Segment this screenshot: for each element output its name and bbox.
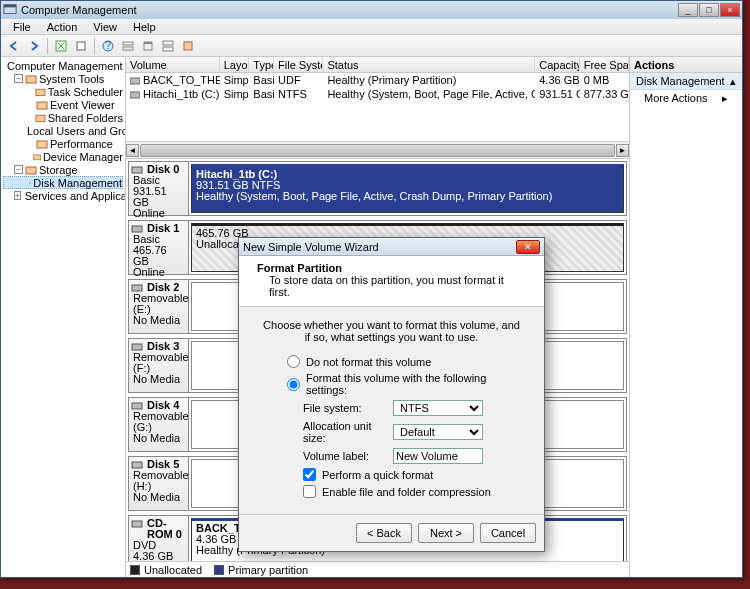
titlebar[interactable]: Computer Management _ □ × [1,1,742,19]
compression-checkbox[interactable] [303,485,316,498]
wizard-dialog[interactable]: New Simple Volume Wizard ✕ Format Partit… [238,237,545,552]
column-header[interactable]: Volume [126,57,220,72]
tree-node[interactable]: Local Users and Groups [3,124,123,137]
disk-block[interactable]: Disk 0Basic931.51 GBOnlineHitachi_1tb (C… [128,161,627,216]
radio-no-format[interactable] [287,355,300,368]
svg-text:?: ? [105,40,111,51]
column-header[interactable]: Type [249,57,274,72]
disk-icon [131,164,143,176]
legend-swatch-primary [214,565,224,575]
svg-rect-29 [132,344,142,350]
svg-rect-27 [132,226,142,232]
actions-group[interactable]: Disk Management ▴ [630,73,742,90]
more-actions-link[interactable]: More Actions ▸ [630,90,742,107]
primary-partition[interactable]: Hitachi_1tb (C:)931.51 GB NTFSHealthy (S… [191,164,624,213]
refresh-button[interactable] [52,37,70,55]
menu-help[interactable]: Help [125,19,164,34]
tree-root[interactable]: Computer Management (Local) [3,59,123,72]
folder-icon [25,73,37,85]
help-button[interactable]: ? [99,37,117,55]
column-header[interactable]: Capacity [535,57,579,72]
svg-rect-19 [37,141,47,148]
column-header[interactable]: File System [274,57,323,72]
tree-toggle[interactable]: − [14,165,23,174]
tree-node[interactable]: Event Viewer [3,98,123,111]
radio-format[interactable] [287,378,300,391]
disk-icon [131,341,143,353]
tree-pane: Computer Management (Local) −System Tool… [1,57,126,577]
toolbar-button[interactable] [139,37,157,55]
svg-rect-17 [36,115,45,121]
svg-rect-3 [77,42,85,50]
tree-node[interactable]: Shared Folders [3,111,123,124]
forward-button[interactable] [25,37,43,55]
column-header[interactable]: Free Space [580,57,629,72]
tree-node[interactable]: Disk Management [3,176,123,189]
tree-node[interactable]: −Storage [3,163,123,176]
minimize-button[interactable]: _ [678,3,698,17]
back-button[interactable]: < Back [356,523,412,543]
folder-icon [36,138,48,150]
folder-icon [29,177,32,189]
menu-action[interactable]: Action [39,19,86,34]
tree-node[interactable]: +Services and Applications [3,189,123,202]
svg-rect-16 [37,102,47,109]
volume-table: VolumeLayoutTypeFile SystemStatusCapacit… [126,57,629,159]
file-system-select[interactable]: NTFS [393,400,483,416]
svg-rect-24 [130,78,140,84]
menubar: File Action View Help [1,19,742,35]
disk-meta[interactable]: Disk 5Removable (H:)No Media [129,457,189,510]
back-button[interactable] [5,37,23,55]
menu-file[interactable]: File [5,19,39,34]
disk-meta[interactable]: Disk 1Basic465.76 GBOnline [129,221,189,274]
legend: Unallocated Primary partition [126,561,629,577]
toolbar-button[interactable] [159,37,177,55]
folder-icon [35,86,46,98]
disk-icon [131,400,143,412]
svg-rect-30 [132,403,142,409]
close-button[interactable]: × [720,3,740,17]
menu-view[interactable]: View [85,19,125,34]
disk-meta[interactable]: Disk 4Removable (G:)No Media [129,398,189,451]
tree-toggle[interactable]: − [14,74,23,83]
wizard-close-button[interactable]: ✕ [516,240,540,254]
app-icon [3,3,17,17]
wizard-body: Choose whether you want to format this v… [239,307,544,514]
wizard-header: Format Partition To store data on this p… [239,256,544,307]
scroll-right-button[interactable]: ► [616,144,629,157]
properties-button[interactable] [72,37,90,55]
scroll-thumb[interactable] [140,144,615,157]
cancel-button[interactable]: Cancel [480,523,536,543]
volume-label-input[interactable] [393,448,483,464]
wizard-titlebar[interactable]: New Simple Volume Wizard ✕ [239,238,544,256]
tree-node[interactable]: −System Tools [3,72,123,85]
nav-tree[interactable]: Computer Management (Local) −System Tool… [1,57,125,204]
svg-rect-31 [132,462,142,468]
volume-row[interactable]: Hitachi_1tb (C:)SimpleBasicNTFSHealthy (… [126,87,629,101]
disk-meta[interactable]: Disk 0Basic931.51 GBOnline [129,162,189,215]
column-header[interactable]: Status [323,57,535,72]
volume-row[interactable]: BACK_TO_THE_FUT (D:)SimpleBasicUDFHealth… [126,73,629,87]
column-header[interactable]: Layout [220,57,250,72]
maximize-button[interactable]: □ [699,3,719,17]
toolbar-button[interactable] [179,37,197,55]
volume-header[interactable]: VolumeLayoutTypeFile SystemStatusCapacit… [126,57,629,73]
scroll-left-button[interactable]: ◄ [126,144,139,157]
actions-header: Actions [630,57,742,73]
quick-format-checkbox[interactable] [303,468,316,481]
tree-node[interactable]: Device Manager [3,150,123,163]
svg-rect-1 [4,5,16,8]
tree-node[interactable]: Task Scheduler [3,85,123,98]
folder-icon [35,112,46,124]
disk-meta[interactable]: CD-ROM 0DVD4.36 GBOnline [129,516,189,561]
next-button[interactable]: Next > [418,523,474,543]
horizontal-scrollbar[interactable]: ◄ ► [126,141,629,158]
allocation-size-select[interactable]: Default [393,424,483,440]
disk-meta[interactable]: Disk 2Removable (E:)No Media [129,280,189,333]
collapse-icon: ▴ [730,75,736,88]
toolbar-button[interactable] [119,37,137,55]
svg-rect-7 [123,47,133,50]
tree-node[interactable]: Performance [3,137,123,150]
disk-meta[interactable]: Disk 3Removable (F:)No Media [129,339,189,392]
tree-toggle[interactable]: + [14,191,21,200]
